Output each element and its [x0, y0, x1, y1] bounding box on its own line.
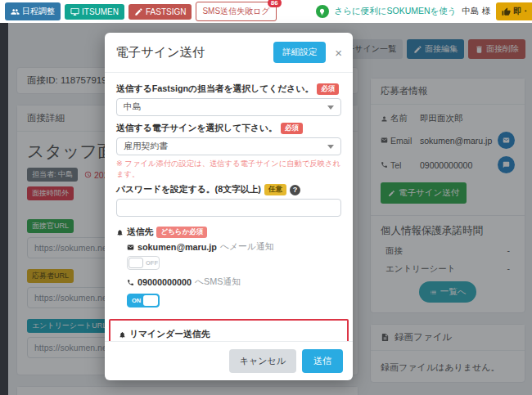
- people-icon: [11, 7, 20, 16]
- esign-send-modal: 電子サイン送付 詳細設定 × 送信するFastsignの担当者を選択してください…: [105, 33, 353, 380]
- required-badge: 必須: [317, 83, 339, 95]
- close-icon[interactable]: ×: [335, 47, 342, 59]
- sms-number: 09000000000: [138, 277, 192, 287]
- cancel-button[interactable]: キャンセル: [229, 349, 296, 373]
- staff-select-label: 送信するFastsignの担当者を選択してください。 必須: [116, 83, 341, 95]
- modal-title: 電子サイン送付: [115, 44, 273, 61]
- dest-mail-toggle[interactable]: OFF: [127, 256, 160, 270]
- toggle-knob: [128, 258, 143, 268]
- mail-address: sokumen@maru.jp: [138, 242, 217, 252]
- soku-yellow-label: 即・: [513, 6, 530, 17]
- staff-select-value: 中島: [124, 101, 142, 113]
- password-input[interactable]: [116, 199, 341, 217]
- monitor-icon: [70, 7, 79, 16]
- reminder-destination-label: リマインダー送信先: [119, 329, 339, 340]
- sms-fail-count-badge: 86: [268, 0, 282, 7]
- soku-yellow-button[interactable]: 即・: [496, 2, 532, 20]
- esign-select[interactable]: 雇用契約書: [116, 137, 341, 155]
- send-button[interactable]: 送信: [302, 349, 343, 373]
- staff-select[interactable]: 中島: [116, 98, 341, 116]
- thumbs-up-icon: [502, 7, 511, 16]
- chevron-down-icon: [327, 105, 334, 110]
- bell-icon: [119, 331, 126, 339]
- envelope-icon: [127, 244, 134, 251]
- optional-badge: 任意: [264, 184, 286, 195]
- toggle-knob: [143, 295, 158, 306]
- either-required-badge: どちらか必須: [156, 227, 207, 238]
- password-label: パスワードを設定する。(8文字以上) 任意 ?: [116, 184, 341, 195]
- lightbulb-icon: [316, 5, 329, 18]
- modal-header: 電子サイン送付 詳細設定 ×: [105, 33, 353, 73]
- detail-settings-button[interactable]: 詳細設定: [273, 42, 326, 63]
- destination-label: 送信先 どちらか必須: [116, 227, 341, 238]
- itsumen-button[interactable]: ITSUMEN: [65, 4, 124, 20]
- required-badge: 必須: [281, 123, 303, 134]
- dest-sms-toggle[interactable]: ON: [127, 294, 160, 307]
- help-icon[interactable]: ?: [290, 185, 300, 195]
- mail-notify-line: sokumen@maru.jp へメール通知: [127, 241, 341, 253]
- esign-select-value: 雇用契約書: [124, 141, 168, 152]
- pen-icon: [134, 7, 143, 16]
- fastsign-label: FASTSIGN: [146, 7, 186, 16]
- sms-fail-log-button[interactable]: SMS送信失敗ログ 86: [196, 2, 276, 21]
- schedule-label: 日程調整: [22, 6, 55, 17]
- sokumen-tips-link[interactable]: さらに便利にSOKUMENを使う: [335, 6, 457, 17]
- modal-footer: キャンセル 送信: [105, 341, 353, 380]
- user-name: 中島 様: [462, 6, 490, 17]
- modal-body: 送信するFastsignの担当者を選択してください。 必須 中島 送信する電子サ…: [105, 73, 353, 341]
- phone-icon: [127, 279, 134, 286]
- schedule-button[interactable]: 日程調整: [5, 2, 61, 20]
- bell-icon: [116, 229, 124, 236]
- top-navbar: 日程調整 ITSUMEN FASTSIGN SMS送信失敗ログ 86 さらに便利…: [0, 0, 532, 23]
- chevron-down-icon: [327, 145, 334, 149]
- itsumen-label: ITSUMEN: [82, 7, 119, 16]
- sms-notify-line: 09000000000 へSMS通知: [127, 276, 341, 288]
- sms-fail-label: SMS送信失敗ログ: [202, 6, 269, 17]
- attachment-note: ※ ファイル添付の設定は、送信する電子サインに自動で反映されます。: [116, 159, 341, 180]
- fastsign-button[interactable]: FASTSIGN: [128, 4, 192, 20]
- reminder-highlight-box: リマインダー送信先 sokumen@maru.jp へメール通知 OFF 090…: [109, 319, 349, 341]
- esign-select-label: 送信する電子サインを選択して下さい。 必須: [116, 123, 341, 134]
- destination-block: sokumen@maru.jp へメール通知 OFF 09000000000 へ…: [127, 241, 341, 314]
